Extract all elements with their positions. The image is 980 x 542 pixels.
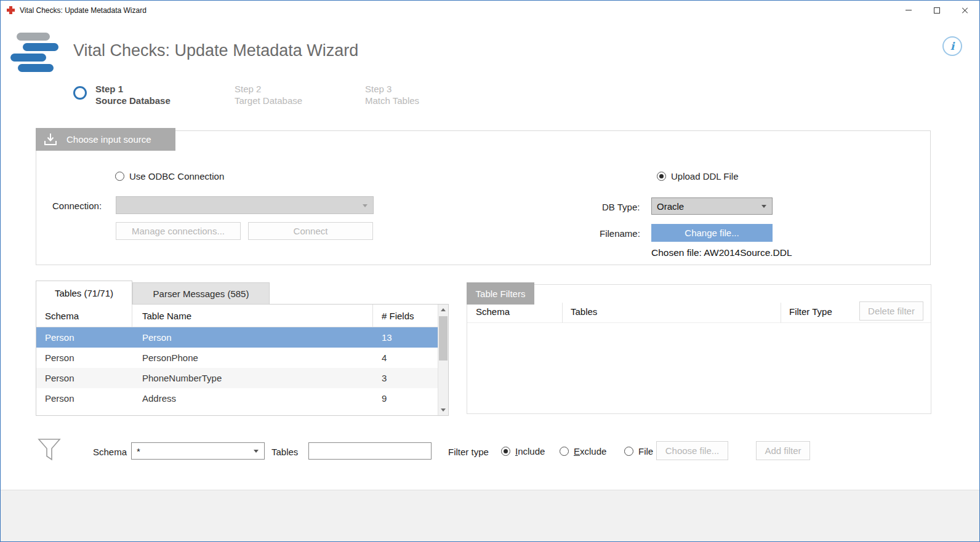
vertical-scrollbar[interactable] bbox=[438, 305, 448, 415]
radio-include-label: Include bbox=[515, 446, 545, 456]
maximize-button[interactable] bbox=[923, 1, 951, 20]
app-window: Vital Checks: Update Metadata Wizard Vit… bbox=[0, 0, 980, 542]
tables-filter-input[interactable] bbox=[308, 442, 432, 460]
step-1-label: Step 1 bbox=[95, 83, 171, 95]
cell-table-name: Person bbox=[132, 332, 373, 343]
radio-file-label: File bbox=[638, 446, 653, 456]
cell-fields: 3 bbox=[373, 373, 438, 383]
radio-exclude-label: Exclude bbox=[574, 446, 606, 456]
filters-column-tables: Tables bbox=[571, 306, 597, 317]
minimize-icon bbox=[906, 10, 912, 10]
window-title: Vital Checks: Update Metadata Wizard bbox=[20, 6, 147, 15]
close-icon bbox=[962, 7, 969, 14]
cell-schema: Person bbox=[36, 353, 132, 363]
radio-unchecked-icon bbox=[115, 172, 124, 181]
cell-table-name: PhoneNumberType bbox=[132, 373, 373, 383]
db-type-value: Oracle bbox=[657, 201, 684, 212]
connection-label: Connection: bbox=[52, 201, 102, 211]
cell-table-name: PersonPhone bbox=[132, 353, 373, 363]
cell-table-name: Address bbox=[132, 393, 373, 404]
tab-parser-messages[interactable]: Parser Messages (585) bbox=[132, 282, 270, 304]
tab-tables[interactable]: Tables (71/71) bbox=[36, 281, 132, 305]
step-1: Step 1 Source Database bbox=[95, 83, 171, 106]
table-row[interactable]: Person PersonPhone 4 bbox=[36, 348, 438, 368]
radio-file[interactable]: File bbox=[624, 446, 653, 456]
filter-type-label: Filter type bbox=[448, 447, 489, 457]
radio-exclude[interactable]: Exclude bbox=[560, 446, 606, 456]
info-icon[interactable]: i bbox=[942, 36, 962, 56]
radio-checked-icon bbox=[501, 447, 510, 456]
table-row[interactable]: Person PhoneNumberType 3 bbox=[36, 368, 438, 388]
close-button[interactable] bbox=[951, 1, 979, 20]
choose-file-button[interactable]: Choose file... bbox=[656, 441, 728, 460]
column-header-fields[interactable]: # Fields bbox=[373, 305, 438, 327]
radio-use-odbc[interactable]: Use ODBC Connection bbox=[115, 171, 224, 181]
download-icon bbox=[43, 133, 58, 146]
schema-filter-dropdown[interactable]: * bbox=[131, 442, 265, 460]
step1-indicator-icon bbox=[73, 86, 87, 100]
cell-schema: Person bbox=[36, 393, 132, 404]
step-2-sublabel: Target Database bbox=[235, 95, 302, 106]
connect-button[interactable]: Connect bbox=[248, 222, 373, 240]
db-type-label: DB Type: bbox=[602, 202, 640, 212]
chosen-file-text: Chosen file: AW2014Source.DDL bbox=[651, 247, 792, 258]
connection-dropdown[interactable] bbox=[116, 196, 374, 214]
table-row[interactable]: Person Person 13 bbox=[36, 327, 438, 348]
radio-include[interactable]: Include bbox=[501, 446, 545, 456]
scroll-down-icon[interactable] bbox=[438, 405, 448, 415]
filter-funnel-icon bbox=[38, 437, 61, 463]
chevron-down-icon bbox=[254, 450, 259, 453]
filters-column-filter-type: Filter Type bbox=[789, 306, 832, 317]
filters-column-schema: Schema bbox=[476, 306, 510, 317]
cell-schema: Person bbox=[36, 373, 132, 383]
page-title: Vital Checks: Update Metadata Wizard bbox=[73, 41, 358, 60]
cell-fields: 9 bbox=[373, 393, 438, 404]
maximize-icon bbox=[934, 7, 940, 14]
cell-fields: 4 bbox=[373, 353, 438, 363]
schema-filter-value: * bbox=[137, 446, 140, 456]
delete-filter-button[interactable]: Delete filter bbox=[859, 301, 923, 321]
input-source-title: Choose input source bbox=[66, 134, 151, 145]
column-header-table-name[interactable]: Table Name bbox=[132, 305, 373, 327]
tables-grid: Schema Table Name # Fields Person Person… bbox=[36, 304, 449, 416]
schema-filter-label: Schema bbox=[93, 447, 127, 457]
chevron-down-icon bbox=[363, 204, 367, 207]
chevron-down-icon bbox=[761, 205, 766, 208]
footer-bar: Cancel Previous step Next step bbox=[1, 490, 979, 542]
cell-fields: 13 bbox=[373, 332, 438, 343]
input-source-header: Choose input source bbox=[36, 128, 175, 151]
step-2: Step 2 Target Database bbox=[235, 83, 302, 106]
add-filter-button[interactable]: Add filter bbox=[756, 441, 810, 460]
column-header-schema[interactable]: Schema bbox=[36, 305, 132, 327]
radio-upload-ddl-label: Upload DDL File bbox=[671, 171, 739, 181]
table-row[interactable]: Person Address 9 bbox=[36, 388, 438, 408]
step-3: Step 3 Match Tables bbox=[365, 83, 419, 106]
radio-upload-ddl[interactable]: Upload DDL File bbox=[657, 171, 739, 181]
step-3-label: Step 3 bbox=[365, 83, 419, 95]
filename-label: Filename: bbox=[600, 228, 640, 239]
radio-unchecked-icon bbox=[560, 447, 569, 456]
app-icon bbox=[7, 6, 15, 14]
minimize-button[interactable] bbox=[894, 1, 923, 20]
tables-filter-label: Tables bbox=[271, 447, 298, 457]
cell-schema: Person bbox=[36, 332, 132, 343]
radio-checked-icon bbox=[657, 172, 666, 181]
step-3-sublabel: Match Tables bbox=[365, 95, 419, 106]
radio-unchecked-icon bbox=[624, 447, 633, 456]
step-1-sublabel: Source Database bbox=[95, 95, 171, 106]
title-bar: Vital Checks: Update Metadata Wizard bbox=[1, 1, 979, 20]
manage-connections-button[interactable]: Manage connections... bbox=[116, 222, 241, 240]
app-logo-icon bbox=[9, 33, 62, 77]
change-file-button[interactable]: Change file... bbox=[651, 224, 773, 242]
radio-use-odbc-label: Use ODBC Connection bbox=[129, 171, 224, 181]
scroll-up-icon[interactable] bbox=[438, 305, 448, 315]
step-2-label: Step 2 bbox=[235, 83, 302, 95]
table-filters-tab[interactable]: Table Filters bbox=[467, 282, 534, 305]
scrollbar-thumb[interactable] bbox=[439, 316, 448, 361]
tables-grid-header: Schema Table Name # Fields bbox=[36, 305, 438, 327]
db-type-dropdown[interactable]: Oracle bbox=[651, 197, 773, 215]
